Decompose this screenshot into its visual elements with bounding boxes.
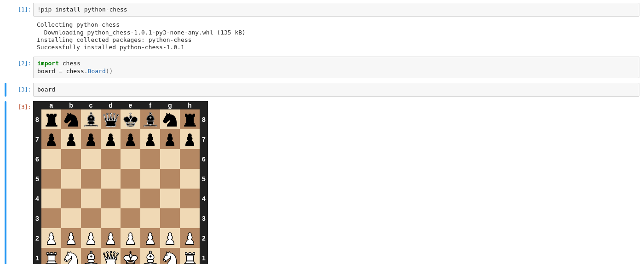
chess-board-output: abcdefgh8 <box>33 101 208 264</box>
board-square <box>180 169 200 189</box>
input-prompt: [2]: <box>9 58 31 69</box>
board-square <box>121 248 140 264</box>
board-square <box>101 248 121 264</box>
rank-label: 6 <box>200 149 208 169</box>
board-square <box>41 109 61 129</box>
code-input[interactable]: import chess board = chess.Board() <box>33 57 639 78</box>
file-label: a <box>41 101 61 109</box>
board-square <box>61 208 81 228</box>
file-label: d <box>101 101 121 109</box>
rank-label: 6 <box>33 149 41 169</box>
rank-label: 4 <box>33 189 41 208</box>
file-label: g <box>160 101 180 109</box>
file-label: b <box>61 101 81 109</box>
board-square <box>140 248 160 264</box>
board-square <box>81 149 101 169</box>
file-label: c <box>81 101 101 109</box>
board-square <box>180 149 200 169</box>
board-square <box>41 129 61 149</box>
board-square <box>140 228 160 248</box>
board-square <box>180 248 200 264</box>
board-square <box>41 228 61 248</box>
board-square <box>140 109 160 129</box>
board-square <box>180 129 200 149</box>
code-input[interactable]: !pip install python-chess <box>33 3 639 17</box>
board-square <box>61 129 81 149</box>
board-square <box>160 208 180 228</box>
board-square <box>61 169 81 189</box>
file-label: e <box>121 101 140 109</box>
notebook-cell[interactable]: [3]: board <box>0 83 644 97</box>
board-square <box>101 169 121 189</box>
board-square <box>121 208 140 228</box>
board-square <box>101 189 121 208</box>
rank-label: 1 <box>200 248 208 264</box>
board-square <box>140 169 160 189</box>
board-square <box>140 208 160 228</box>
rank-label: 8 <box>33 109 41 129</box>
board-square <box>41 189 61 208</box>
board-square <box>81 208 101 228</box>
board-square <box>61 109 81 129</box>
board-square <box>180 208 200 228</box>
notebook-cell[interactable]: [2]: import chess board = chess.Board() <box>0 57 644 78</box>
output-prompt: [3]: <box>9 102 31 112</box>
board-square <box>61 189 81 208</box>
file-label: h <box>180 101 200 109</box>
board-square <box>61 248 81 264</box>
rank-label: 3 <box>200 208 208 228</box>
board-square <box>81 228 101 248</box>
board-square <box>140 189 160 208</box>
board-square <box>81 109 101 129</box>
board-square <box>41 248 61 264</box>
notebook-output: [3]: abcdefgh8 <box>0 101 644 264</box>
board-square <box>140 129 160 149</box>
board-square <box>180 109 200 129</box>
board-square <box>160 109 180 129</box>
board-square <box>41 169 61 189</box>
notebook-output: Collecting python-chess Downloading pyth… <box>0 18 644 52</box>
rank-label: 7 <box>200 129 208 149</box>
board-square <box>160 149 180 169</box>
board-square <box>180 189 200 208</box>
rank-label: 7 <box>33 129 41 149</box>
rank-label: 2 <box>200 228 208 248</box>
input-prompt: [1]: <box>9 5 31 15</box>
board-square <box>160 228 180 248</box>
board-square <box>121 189 140 208</box>
board-square <box>81 129 101 149</box>
rank-label: 2 <box>33 228 41 248</box>
board-square <box>81 169 101 189</box>
code-input[interactable]: board <box>33 83 639 97</box>
rank-label: 4 <box>200 189 208 208</box>
board-square <box>121 169 140 189</box>
board-square <box>101 228 121 248</box>
board-square <box>121 129 140 149</box>
file-label: f <box>140 101 160 109</box>
board-square <box>81 248 101 264</box>
board-square <box>101 149 121 169</box>
board-square <box>61 149 81 169</box>
rank-label: 3 <box>33 208 41 228</box>
rank-label: 8 <box>200 109 208 129</box>
stdout-output: Collecting python-chess Downloading pyth… <box>33 18 639 52</box>
rank-label: 5 <box>33 169 41 189</box>
board-square <box>180 228 200 248</box>
board-square <box>61 228 81 248</box>
board-square <box>41 208 61 228</box>
board-square <box>160 189 180 208</box>
board-square <box>160 129 180 149</box>
rank-label: 5 <box>200 169 208 189</box>
board-square <box>121 228 140 248</box>
board-square <box>121 109 140 129</box>
board-square <box>160 248 180 264</box>
board-square <box>41 149 61 169</box>
input-prompt: [3]: <box>9 85 31 95</box>
board-square <box>101 109 121 129</box>
rank-label: 1 <box>33 248 41 264</box>
board-square <box>81 189 101 208</box>
board-square <box>101 208 121 228</box>
notebook-cell[interactable]: [1]: !pip install python-chess <box>0 3 644 17</box>
board-square <box>121 149 140 169</box>
board-square <box>140 149 160 169</box>
